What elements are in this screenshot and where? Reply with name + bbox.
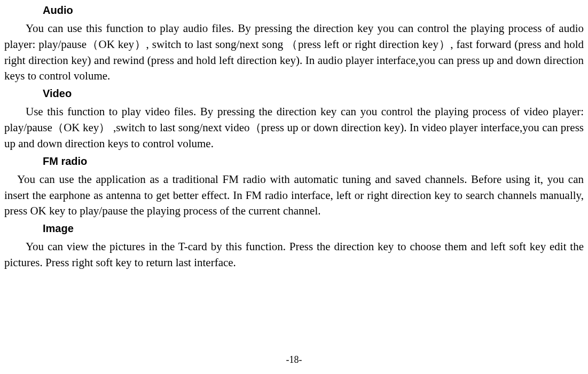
paragraph-audio: You can use this function to play audio … — [4, 21, 584, 84]
paragraph-video: Use this function to play video files. B… — [4, 104, 584, 152]
heading-audio: Audio — [43, 4, 584, 17]
heading-image: Image — [43, 222, 584, 235]
page-number: -18- — [0, 354, 588, 365]
page-content: Audio You can use this function to play … — [4, 4, 584, 271]
paragraph-image: You can view the pictures in the T-card … — [4, 239, 584, 271]
heading-video: Video — [43, 87, 584, 100]
paragraph-fmradio: You can use the application as a traditi… — [4, 172, 584, 219]
heading-fmradio: FM radio — [43, 155, 584, 168]
